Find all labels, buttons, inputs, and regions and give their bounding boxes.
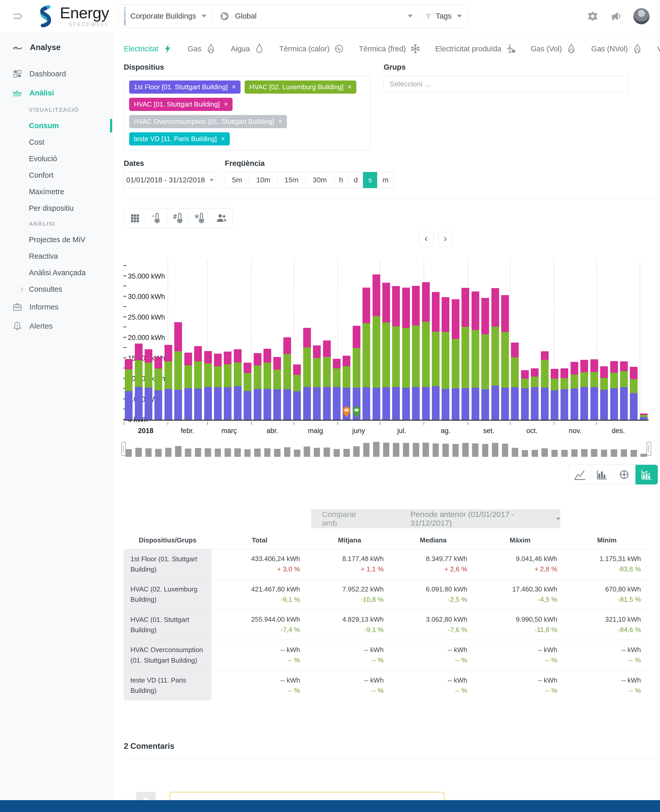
device-chip[interactable]: 1st Floor [01. Stuttgart Building]× [129,81,241,94]
stacked-bar-week-18[interactable] [293,364,301,420]
stacked-bar-week-46[interactable] [571,362,578,420]
stacked-bar-week-3[interactable] [144,349,152,420]
tab-aigua[interactable]: Aigua [231,43,265,54]
stacked-bar-week-27[interactable] [382,283,390,420]
stacked-bar-week-17[interactable] [283,337,291,420]
tab-volum-d-aire-comprimit[interactable]: Volum d'aire comprimit [657,43,660,54]
tab-gas-vol-[interactable]: Gas (Vol) [531,43,577,54]
tab-t-rmica-fred-[interactable]: Tèrmica (fred) [359,43,421,54]
stacked-bar-week-11[interactable] [224,351,232,420]
stacked-bar-week-9[interactable] [204,351,212,420]
stacked-bar-week-36[interactable] [471,291,479,420]
sidebar-item-consum[interactable]: Consum [0,118,112,134]
sidebar-item-cost[interactable]: Cost [0,134,112,150]
minimap-right-handle[interactable] [647,442,651,456]
stacked-bar-week-52[interactable] [630,367,638,420]
remove-chip-icon[interactable]: × [232,83,236,91]
heating-degrees-button[interactable] [167,208,189,228]
stacked-bar-week-24[interactable] [353,326,360,420]
stacked-bar-week-47[interactable] [580,360,588,420]
minimap-left-handle[interactable] [121,442,126,456]
sidebar-item-an-lisi-avan-ada[interactable]: Anàlisi Avançada [0,264,112,281]
stacked-bar-week-31[interactable] [422,282,430,420]
stacked-bar-week-2[interactable] [135,343,143,420]
stacked-bar-week-40[interactable] [511,343,519,420]
line-chart-button[interactable] [569,465,591,485]
frequency-option-h[interactable]: h [334,172,349,188]
scope-selector[interactable]: Global [213,5,419,28]
tab-electricitat[interactable]: Electricitat [124,43,173,54]
comment-pin-icon[interactable] [352,406,361,418]
device-chip[interactable]: teste VD [11. Paris Building]× [129,132,230,146]
groups-input[interactable] [384,76,628,92]
stacked-bar-week-13[interactable] [244,363,251,420]
stacked-bar-week-16[interactable] [273,357,281,420]
stacked-bar-week-6[interactable] [174,322,182,420]
pie-chart-button[interactable] [613,465,636,485]
remove-chip-icon[interactable]: × [221,135,225,143]
sidebar-item-per-dispositiu[interactable]: Per dispositiu [0,200,112,216]
sidebar-item-alertes[interactable]: Alertes [0,316,112,335]
sidebar-app-analyse[interactable]: Analyse [0,33,112,62]
data-table-button[interactable] [124,208,146,228]
tab-gas[interactable]: Gas [188,43,216,54]
stacked-bar-week-43[interactable] [541,351,549,420]
collapse-sidebar-icon[interactable] [11,11,25,22]
tab-electricitat-produ-da[interactable]: Electricitat produïda [435,43,516,54]
tags-selector[interactable]: Tags [419,5,468,28]
device-chip[interactable]: HVAC Overconsumption [01. Stuttgart Buil… [129,115,287,128]
stacked-bar-week-25[interactable] [362,288,370,420]
frequency-option-15m[interactable]: 15m [278,172,306,188]
announcements-megaphone-icon[interactable] [610,10,622,22]
stacked-bar-week-8[interactable] [194,346,202,420]
bar-chart-button[interactable] [591,465,613,485]
settings-gear-icon[interactable] [587,10,599,22]
remove-chip-icon[interactable]: × [278,118,282,126]
stacked-bar-week-29[interactable] [402,288,410,420]
stacked-bar-week-5[interactable] [165,345,172,420]
stacked-bar-week-28[interactable] [392,286,400,420]
stacked-bar-week-34[interactable] [452,299,459,420]
sidebar-item-projectes-de-miv[interactable]: Projectes de MiV [0,231,112,248]
stacked-bar-week-7[interactable] [184,353,192,420]
chart-next-button[interactable]: › [438,232,453,247]
compare-period-select[interactable]: Període anterior (01/01/2017 - 31/12/201… [411,510,560,528]
devices-chips-box[interactable]: 1st Floor [01. Stuttgart Building]×HVAC … [124,76,370,150]
temperature-overlay-button[interactable] [146,208,167,228]
chart-prev-button[interactable]: ‹ [419,232,434,247]
frequency-option-d[interactable]: d [349,172,363,188]
sidebar-item-consultes[interactable]: Consultes [0,281,112,297]
stacked-bar-week-48[interactable] [590,359,598,420]
stacked-bar-week-51[interactable] [620,361,628,420]
stacked-bar-week-45[interactable] [560,368,568,420]
stacked-bar-week-19[interactable] [303,328,311,420]
frequency-option-m[interactable]: m [377,172,393,188]
date-range-select[interactable]: 01/01/2018 - 31/12/2018 [124,172,216,188]
stacked-bar-week-20[interactable] [313,345,321,420]
sidebar-item-evoluci-[interactable]: Evolució [0,150,112,167]
device-chip[interactable]: HVAC [02. Luxemburg Building]× [245,81,356,94]
stacked-bar-week-1[interactable] [125,359,133,420]
frequency-option-5m[interactable]: 5m [225,172,249,188]
frequency-option-10m[interactable]: 10m [249,172,278,188]
stacked-chart-button[interactable] [636,465,658,485]
frequency-option-30m[interactable]: 30m [306,172,334,188]
stacked-bar-week-39[interactable] [501,295,509,420]
stacked-bar-week-10[interactable] [214,354,222,420]
device-chip[interactable]: HVAC [01. Stuttgart Building]× [129,98,233,111]
stacked-bar-week-50[interactable] [610,361,618,420]
organization-selector[interactable]: Corporate Buildings [118,5,213,28]
comment-pin-icon[interactable] [342,406,351,418]
stacked-bar-week-44[interactable] [551,369,558,420]
stacked-bar-week-53[interactable] [640,413,647,420]
chart-show-all[interactable]: Show all [124,248,660,256]
sidebar-item-max-metre[interactable]: Maxímetre [0,183,112,200]
stacked-bar-week-42[interactable] [531,368,539,420]
sidebar-item-an-lisi[interactable]: Anàlisi [0,83,112,102]
stacked-bar-week-26[interactable] [373,275,380,420]
cooling-degrees-button[interactable] [189,208,211,228]
stacked-bar-week-14[interactable] [254,353,262,420]
sidebar-item-informes[interactable]: Informes [0,297,112,316]
tab-gas-nvol-[interactable]: Gas (NVol) [591,43,643,54]
stacked-bar-week-22[interactable] [333,359,341,420]
